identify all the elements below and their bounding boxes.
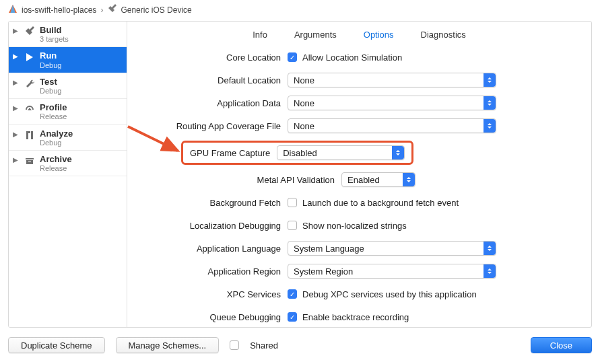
svg-marker-2 [26,53,33,61]
updown-icon [484,242,496,255]
background-fetch-checkbox[interactable] [288,198,297,207]
gpu-frame-capture-select[interactable]: Disabled [277,145,405,160]
gpu-frame-capture-highlight: GPU Frame Capture Disabled [181,141,413,165]
sidebar-item-archive[interactable]: ▶ ArchiveRelease [9,151,127,176]
scheme-editor-panel: ▶ Build3 targets ▶ RunDebug ▶ TestDebug … [8,21,592,328]
select-value: System Region [294,266,353,277]
application-language-label: Application Language [141,244,281,254]
background-fetch-label: Background Fetch [141,198,281,208]
disclosure-triangle-icon[interactable]: ▶ [13,129,20,138]
routing-coverage-select[interactable]: None [288,118,496,133]
xpc-services-checkbox[interactable]: ✓ [288,289,297,299]
select-value: None [294,98,314,108]
xpc-services-text: Debug XPC services used by this applicat… [302,289,477,299]
sidebar-item-label: Build [40,26,69,35]
sidebar-item-sublabel: 3 targets [40,35,69,43]
shared-checkbox[interactable] [230,340,239,350]
breadcrumb: ios-swift-hello-places › Generic iOS Dev… [0,0,600,21]
gpu-frame-capture-label: GPU Frame Capture [190,148,270,158]
gauge-icon [24,103,36,114]
queue-debugging-label: Queue Debugging [141,312,281,322]
localization-debugging-checkbox[interactable] [288,221,297,230]
application-data-select[interactable]: None [288,96,496,110]
breadcrumb-project[interactable]: ios-swift-hello-places [22,5,96,15]
sidebar-item-label: Analyze [40,129,73,139]
sidebar-item-run[interactable]: ▶ RunDebug [9,47,127,73]
sidebar-item-sublabel: Debug [40,61,61,69]
hammer-icon [24,26,36,37]
sidebar-item-test[interactable]: ▶ TestDebug [9,73,127,99]
metal-validation-select[interactable]: Enabled [341,172,415,187]
sidebar-item-sublabel: Release [40,164,72,172]
hammer-icon [107,4,116,15]
sidebar-item-sublabel: Release [40,112,67,120]
updown-icon [484,96,496,110]
select-value: Enabled [347,175,380,185]
allow-location-simulation-label: Allow Location Simulation [302,52,402,63]
archive-icon [24,155,36,166]
routing-coverage-label: Routing App Coverage File [141,121,281,131]
close-button[interactable]: Close [531,337,592,353]
queue-debugging-text: Enable backtrace recording [302,312,409,322]
sidebar-item-label: Test [40,77,61,87]
updown-icon [392,146,404,159]
select-value: None [294,75,314,85]
default-location-label: Default Location [141,75,281,85]
tab-arguments[interactable]: Arguments [294,30,337,40]
disclosure-triangle-icon[interactable]: ▶ [13,103,20,112]
select-value: Disabled [283,148,317,158]
dialog-footer: Duplicate Scheme Manage Schemes... Share… [0,333,600,353]
localization-debugging-label: Localization Debugging [141,221,281,231]
sidebar-item-sublabel: Debug [40,139,73,147]
scheme-sidebar: ▶ Build3 targets ▶ RunDebug ▶ TestDebug … [9,22,127,327]
updown-icon [484,119,496,133]
breadcrumb-target[interactable]: Generic iOS Device [121,5,191,15]
xpc-services-label: XPC Services [141,289,281,299]
sidebar-item-analyze[interactable]: ▶ AnalyzeDebug [9,125,127,151]
sidebar-item-build[interactable]: ▶ Build3 targets [9,22,127,47]
disclosure-triangle-icon[interactable]: ▶ [13,51,20,60]
scheme-options-pane: Info Arguments Options Diagnostics Core … [127,22,591,327]
wrench-icon [24,77,36,89]
queue-debugging-checkbox[interactable]: ✓ [288,312,297,322]
metal-validation-label: Metal API Validation [141,175,335,185]
disclosure-triangle-icon[interactable]: ▶ [13,155,20,163]
tab-options[interactable]: Options [364,30,394,40]
duplicate-scheme-button[interactable]: Duplicate Scheme [8,337,105,353]
core-location-label: Core Location [141,52,281,63]
application-region-select[interactable]: System Region [288,264,496,279]
localization-debugging-text: Show non-localized strings [302,221,407,231]
application-region-label: Application Region [141,266,281,277]
tab-diagnostics[interactable]: Diagnostics [421,30,466,40]
application-data-label: Application Data [141,98,281,108]
tab-bar: Info Arguments Options Diagnostics [141,30,578,40]
play-icon [24,51,36,63]
sidebar-item-sublabel: Debug [40,87,61,95]
app-icon [8,4,18,15]
updown-icon [403,173,415,186]
shared-label: Shared [250,340,278,351]
select-value: None [294,121,314,131]
manage-schemes-button[interactable]: Manage Schemes... [116,337,220,353]
allow-location-simulation-checkbox[interactable]: ✓ [288,52,297,62]
application-language-select[interactable]: System Language [288,241,496,256]
sidebar-item-label: Profile [40,103,67,112]
analyze-icon [24,129,36,141]
background-fetch-text: Launch due to a background fetch event [302,198,459,208]
updown-icon [484,264,496,278]
disclosure-triangle-icon[interactable]: ▶ [13,26,20,34]
breadcrumb-separator: › [100,5,103,15]
tab-info[interactable]: Info [253,30,267,40]
disclosure-triangle-icon[interactable]: ▶ [13,77,20,86]
default-location-select[interactable]: None [288,73,496,87]
select-value: System Language [294,244,364,254]
sidebar-item-label: Archive [40,155,72,164]
sidebar-item-label: Run [40,51,61,61]
sidebar-item-profile[interactable]: ▶ ProfileRelease [9,99,127,124]
updown-icon [484,73,496,87]
